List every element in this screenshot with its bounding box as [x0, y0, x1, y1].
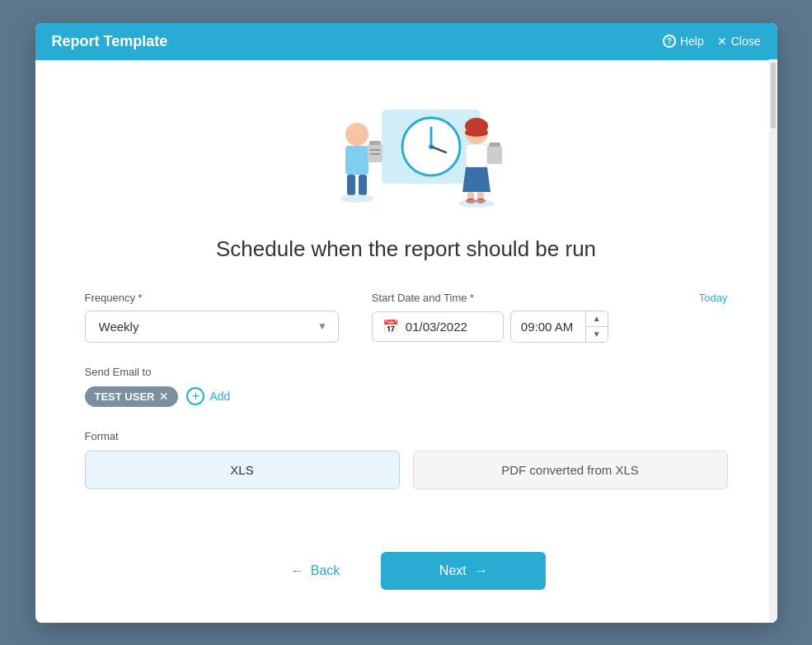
next-button[interactable]: Next → [381, 552, 546, 590]
email-tags: TEST USER ✕ + Add [85, 386, 728, 407]
modal-footer: ← Back Next → [35, 552, 777, 623]
time-arrows: ▲ ▼ [585, 311, 608, 342]
format-section: Format XLS PDF converted from XLS [85, 430, 728, 489]
tag-text: TEST USER [95, 390, 155, 403]
illustration-svg [299, 85, 514, 217]
svg-rect-10 [369, 141, 381, 145]
modal-header: Report Template ? Help ✕ Close [35, 23, 777, 60]
modal-dialog: Report Template ? Help ✕ Close [35, 23, 777, 623]
today-link[interactable]: Today [699, 292, 728, 304]
form-row-frequency-date: Frequency * Weekly Once Daily Monthly Ye… [85, 292, 728, 343]
scrollbar[interactable] [769, 59, 777, 623]
back-button[interactable]: ← Back [266, 552, 365, 590]
svg-rect-17 [466, 144, 487, 167]
frequency-select[interactable]: Weekly Once Daily Monthly Yearly [85, 311, 339, 343]
modal-body: Schedule when the report should be run F… [35, 60, 777, 552]
svg-marker-18 [462, 167, 490, 192]
svg-point-13 [340, 194, 373, 203]
time-value: 09:00 AM [511, 313, 585, 340]
add-email-button[interactable]: + Add [186, 387, 230, 405]
help-icon: ? [663, 35, 676, 48]
help-button[interactable]: ? Help [663, 35, 704, 48]
next-arrow-icon: → [475, 563, 488, 578]
close-icon: ✕ [717, 35, 727, 48]
start-date-label: Start Date and Time * [372, 292, 474, 304]
svg-rect-7 [347, 175, 355, 195]
email-tag-testuser: TEST USER ✕ [85, 386, 179, 407]
frequency-group: Frequency * Weekly Once Daily Monthly Ye… [85, 292, 339, 343]
svg-rect-9 [368, 144, 383, 162]
scrollbar-thumb [771, 63, 776, 129]
calendar-icon: 📅 [383, 319, 399, 334]
date-value: 01/03/2022 [406, 320, 467, 334]
svg-point-25 [458, 199, 495, 208]
svg-point-16 [465, 129, 488, 137]
frequency-select-wrapper[interactable]: Weekly Once Daily Monthly Yearly ▼ [85, 311, 339, 343]
tag-remove-button[interactable]: ✕ [159, 390, 168, 403]
format-options: XLS PDF converted from XLS [85, 451, 728, 489]
start-date-label-row: Start Date and Time * Today [372, 292, 728, 304]
svg-rect-24 [489, 143, 500, 147]
send-email-section: Send Email to TEST USER ✕ + Add [85, 366, 728, 407]
time-input[interactable]: 09:00 AM ▲ ▼ [510, 311, 608, 343]
svg-rect-23 [487, 146, 502, 164]
format-label: Format [85, 430, 728, 442]
time-up-button[interactable]: ▲ [586, 311, 608, 327]
date-time-row: 📅 01/03/2022 09:00 AM ▲ ▼ [372, 311, 728, 343]
date-input[interactable]: 📅 01/03/2022 [372, 311, 504, 342]
svg-rect-8 [359, 175, 367, 195]
format-pdf-button[interactable]: PDF converted from XLS [413, 451, 728, 489]
next-label: Next [439, 563, 467, 578]
back-arrow-icon: ← [291, 563, 304, 578]
illustration [85, 85, 728, 217]
close-button[interactable]: ✕ Close [717, 35, 761, 48]
close-label: Close [731, 35, 761, 48]
svg-rect-6 [345, 146, 368, 175]
start-date-group: Start Date and Time * Today 📅 01/03/2022… [372, 292, 728, 343]
frequency-label: Frequency * [85, 292, 339, 304]
svg-point-5 [345, 123, 368, 146]
back-label: Back [311, 563, 340, 578]
schedule-heading: Schedule when the report should be run [85, 236, 728, 262]
modal-header-actions: ? Help ✕ Close [663, 35, 761, 48]
help-label: Help [680, 35, 704, 48]
send-email-label: Send Email to [85, 366, 728, 378]
time-down-button[interactable]: ▼ [586, 327, 608, 342]
modal-title: Report Template [52, 33, 168, 50]
format-xls-button[interactable]: XLS [85, 451, 400, 489]
add-label: Add [209, 390, 230, 403]
add-circle-icon: + [186, 387, 204, 405]
